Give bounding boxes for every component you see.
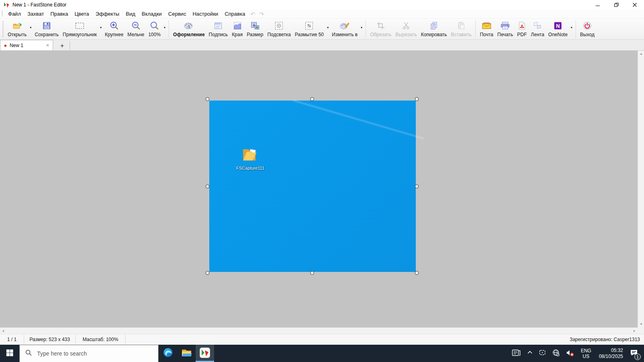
- editor-canvas[interactable]: FSCapture111: [0, 51, 638, 327]
- edit-in-palette-icon: [339, 20, 350, 31]
- onenote-dropdown-caret[interactable]: ▾: [571, 26, 572, 29]
- taskbar-app-faststone[interactable]: [196, 345, 214, 362]
- windows-taskbar: ENG US 05:32 08/10/2025 1: [0, 345, 644, 362]
- copy-button[interactable]: Копировать: [419, 19, 449, 39]
- power-icon: [582, 20, 592, 31]
- close-button[interactable]: [625, 0, 644, 10]
- action-center-button[interactable]: 1: [627, 345, 644, 362]
- horizontal-scrollbar[interactable]: [0, 327, 638, 334]
- save-button[interactable]: Сохранить: [33, 19, 61, 39]
- scroll-left-arrow[interactable]: [0, 328, 6, 334]
- highlight-button[interactable]: Подсветка: [265, 19, 293, 39]
- open-button[interactable]: Открыть ▾: [6, 19, 33, 39]
- new-tab-button[interactable]: +: [55, 41, 70, 50]
- menu-file[interactable]: Файл: [5, 10, 24, 18]
- menu-help[interactable]: Справка: [221, 10, 248, 18]
- blur-dropdown-caret[interactable]: ▾: [327, 26, 329, 29]
- copy-icon: [429, 20, 439, 31]
- resize-button[interactable]: Размер: [245, 19, 265, 39]
- blur-button[interactable]: Размытие 50 ▾: [293, 19, 330, 39]
- zoom-100-icon: [150, 20, 159, 31]
- network-status-button[interactable]: [549, 345, 563, 362]
- scrollbar-corner: [638, 327, 644, 334]
- window-title: New 1 - FastStone Editor: [12, 2, 66, 8]
- menu-service[interactable]: Сервис: [165, 10, 190, 18]
- edit-in-dropdown-caret[interactable]: ▾: [361, 26, 362, 29]
- selection-handle-middle-right[interactable]: [415, 185, 419, 188]
- crop-button: Обрезать: [368, 19, 393, 39]
- zoom-dropdown-caret[interactable]: ▾: [164, 26, 165, 29]
- taskbar-search-box[interactable]: [19, 345, 159, 362]
- captured-image[interactable]: FSCapture111: [209, 101, 416, 272]
- tab-close-icon[interactable]: ×: [46, 42, 49, 48]
- zoom-in-icon: [109, 20, 119, 31]
- zoom-in-button[interactable]: Крупнее: [103, 19, 126, 39]
- zoom-out-icon: [131, 20, 141, 31]
- edit-in-button[interactable]: Изменить в ▾: [330, 19, 364, 39]
- selection-handle-middle-left[interactable]: [206, 185, 209, 188]
- status-image-size: Размер: 523 x 433: [24, 334, 76, 345]
- main-toolbar: Открыть ▾ Сохранить Прямоугольник ▾ Круп…: [0, 19, 644, 40]
- toolbar-separator: [365, 20, 366, 38]
- undo-icon[interactable]: ↶: [248, 11, 257, 17]
- menu-effects[interactable]: Эффекты: [92, 10, 122, 18]
- file-explorer-icon: [181, 347, 192, 360]
- start-button[interactable]: [0, 345, 19, 362]
- selection-handle-bottom-middle[interactable]: [310, 271, 314, 275]
- menu-view[interactable]: Вид: [122, 10, 138, 18]
- mail-button[interactable]: Почта: [478, 19, 495, 39]
- caption-form-icon: [213, 20, 223, 31]
- edges-button[interactable]: Края: [230, 19, 245, 39]
- exit-button[interactable]: Выход: [578, 19, 597, 39]
- language-indicator[interactable]: ENG US: [577, 345, 595, 362]
- selection-handle-top-left[interactable]: [206, 97, 209, 101]
- search-input[interactable]: [36, 350, 153, 357]
- ribbon-button[interactable]: Лента: [529, 19, 546, 39]
- selection-handle-top-middle[interactable]: [310, 97, 314, 101]
- onenote-button[interactable]: N OneNote ▾: [546, 19, 574, 39]
- selection-handle-bottom-right[interactable]: [415, 271, 419, 275]
- desktop-folder-shortcut: FSCapture111: [230, 146, 270, 171]
- menu-capture[interactable]: Захват: [24, 10, 47, 18]
- film-ribbon-icon: [532, 20, 543, 31]
- menu-settings[interactable]: Настройки: [189, 10, 221, 18]
- blur-icon: [304, 20, 314, 31]
- scroll-up-arrow[interactable]: [638, 51, 644, 57]
- palette-a-icon: A: [184, 20, 194, 31]
- menu-tabs[interactable]: Вкладки: [138, 10, 165, 18]
- system-tray: ENG US 05:32 08/10/2025 1: [509, 345, 644, 362]
- tab-new-1[interactable]: ◆ New 1 ×: [0, 40, 53, 50]
- minimize-button[interactable]: [588, 0, 607, 10]
- menu-edit[interactable]: Правка: [47, 10, 71, 18]
- faststone-taskbar-icon: [199, 347, 211, 360]
- tab-modified-marker: ◆: [4, 43, 7, 47]
- zoom-out-button[interactable]: Мельче: [126, 19, 147, 39]
- zoom-100-button[interactable]: 100% ▾: [146, 19, 167, 39]
- selection-handle-bottom-left[interactable]: [206, 271, 209, 275]
- menu-colors[interactable]: Цвета: [71, 10, 92, 18]
- scroll-down-arrow[interactable]: [638, 321, 644, 327]
- highlight-icon: [274, 20, 284, 31]
- decorate-button[interactable]: A Оформление: [171, 19, 207, 39]
- restore-button[interactable]: [607, 0, 625, 10]
- tray-overflow-button[interactable]: [524, 345, 536, 362]
- volume-button[interactable]: [563, 345, 577, 362]
- print-button[interactable]: Печать: [495, 19, 515, 39]
- taskbar-app-edge[interactable]: [159, 345, 177, 362]
- open-dropdown-caret[interactable]: ▾: [30, 26, 31, 29]
- pdf-button[interactable]: PDF: [515, 19, 529, 39]
- rectangle-select-button[interactable]: Прямоугольник ▾: [61, 19, 103, 39]
- rectangle-dropdown-caret[interactable]: ▾: [100, 26, 102, 29]
- tray-device-button[interactable]: [536, 345, 549, 362]
- caption-button[interactable]: Подпись: [207, 19, 230, 39]
- taskbar-app-explorer[interactable]: [177, 345, 196, 362]
- taskbar-clock[interactable]: 05:32 08/10/2025: [595, 345, 627, 362]
- speaker-muted-icon: [566, 348, 574, 359]
- redo-icon[interactable]: ↷: [257, 11, 266, 17]
- window-controls: [588, 0, 644, 10]
- news-widget-button[interactable]: [509, 345, 524, 362]
- selection-handle-top-right[interactable]: [415, 97, 419, 101]
- vertical-scrollbar[interactable]: [638, 51, 644, 327]
- scroll-right-arrow[interactable]: [631, 328, 638, 334]
- clock-time: 05:32: [611, 348, 623, 354]
